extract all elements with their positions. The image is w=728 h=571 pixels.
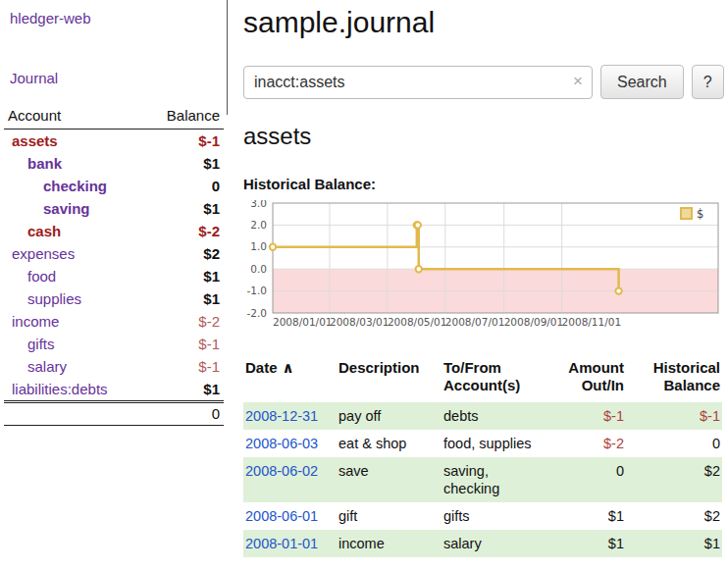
clear-search-icon[interactable]: ×: [573, 72, 583, 91]
y-axis-tick-label: -2.0: [247, 307, 268, 319]
accounts-table-body: assets$-1bank$1checking0saving$1cash$-2e…: [4, 130, 224, 402]
transaction-date-link[interactable]: 2008-06-01: [245, 508, 318, 524]
transaction-description: save: [338, 457, 443, 502]
accounts-table: Account Balance assets$-1bank$1checking0…: [4, 104, 224, 426]
account-link-salary[interactable]: salary: [27, 358, 67, 375]
chart-point: [416, 266, 422, 272]
transaction-accounts: food, supplies: [443, 430, 546, 457]
transaction-date-link[interactable]: 2008-12-31: [245, 408, 318, 424]
account-balance: $-1: [143, 333, 224, 355]
amount-header-line2: Out/In: [546, 377, 624, 394]
account-row: income$-2: [4, 310, 224, 333]
transaction-amount: $-1: [546, 402, 630, 430]
x-axis-tick-label: 2008/11/01: [562, 316, 622, 328]
account-link-cash[interactable]: cash: [27, 223, 61, 239]
transaction-amount: $-2: [546, 430, 630, 457]
transaction-description: gift: [338, 502, 443, 530]
x-axis-tick-label: 2008/01/01: [273, 316, 333, 328]
transaction-balance: 0: [630, 430, 722, 457]
transaction-date-link[interactable]: 2008-06-03: [245, 436, 318, 451]
account-link-supplies[interactable]: supplies: [27, 290, 81, 307]
account-balance: $1: [143, 197, 224, 220]
x-axis-tick-label: 2008/05/01: [388, 316, 447, 328]
chart-legend-label: $: [697, 207, 703, 221]
transaction-date-link[interactable]: 2008-01-01: [245, 536, 318, 551]
main-content: sample.journal × Search ? assets Histori…: [243, 0, 726, 557]
account-name-cell: cash: [4, 220, 143, 242]
accounts-total-balance: 0: [143, 402, 224, 426]
accounts-col-account: Account: [4, 104, 143, 130]
search-box: ×: [243, 66, 593, 99]
accounts-total-row: 0: [4, 402, 224, 426]
transaction-amount: 0: [546, 457, 630, 502]
accounts-header-line2: Account(s): [443, 377, 537, 394]
account-link-liabilities-debts[interactable]: liabilities:debts: [12, 381, 108, 397]
register-header-row: Date∧ Description To/From Account(s) Amo…: [243, 357, 722, 402]
account-link-checking[interactable]: checking: [43, 178, 107, 194]
register-row: 2008-01-01incomesalary$1$1: [243, 530, 722, 557]
register-row: 2008-06-01giftgifts$1$2: [243, 502, 722, 530]
transaction-accounts: saving, checking: [443, 457, 546, 502]
account-name-cell: income: [4, 310, 143, 333]
account-link-saving[interactable]: saving: [43, 200, 90, 217]
transaction-description: income: [338, 530, 443, 557]
account-row: gifts$-1: [4, 333, 224, 355]
transaction-accounts: gifts: [443, 502, 546, 530]
account-balance: $1: [143, 265, 224, 287]
transaction-accounts: salary: [443, 530, 546, 557]
help-button[interactable]: ?: [692, 65, 724, 99]
account-link-income[interactable]: income: [12, 313, 59, 330]
register-col-accounts: To/From Account(s): [443, 357, 546, 402]
account-row: liabilities:debts$1: [4, 378, 224, 402]
y-axis-tick-label: 2.0: [250, 219, 267, 231]
account-row: supplies$1: [4, 287, 224, 310]
x-axis-tick-label: 2008/09/01: [504, 316, 564, 328]
accounts-col-balance: Balance: [143, 104, 224, 130]
account-row: cash$-2: [4, 220, 224, 242]
amount-header-line1: Amount: [546, 359, 624, 377]
transaction-date-link[interactable]: 2008-06-02: [245, 463, 318, 479]
account-row: bank$1: [4, 152, 224, 175]
transaction-amount: $1: [546, 502, 630, 530]
account-name-cell: liabilities:debts: [4, 378, 143, 402]
account-balance: 0: [143, 175, 224, 197]
transaction-date-cell: 2008-01-01: [243, 530, 338, 557]
account-row: saving$1: [4, 197, 224, 220]
account-row: food$1: [4, 265, 224, 287]
account-balance: $2: [143, 242, 224, 265]
app-title-link[interactable]: hledger-web: [10, 10, 228, 26]
account-balance: $-2: [143, 220, 224, 242]
account-name-cell: gifts: [4, 333, 143, 355]
y-axis-tick-label: 1.0: [250, 240, 267, 252]
chart-point: [415, 222, 421, 228]
transaction-accounts: debts: [443, 402, 546, 430]
sort-ascending-icon: ∧: [283, 359, 294, 376]
search-button[interactable]: Search: [600, 65, 684, 99]
account-link-assets[interactable]: assets: [12, 132, 58, 149]
transaction-balance: $1: [630, 530, 722, 557]
account-link-bank[interactable]: bank: [27, 155, 62, 172]
transaction-date-cell: 2008-12-31: [243, 402, 338, 430]
register-col-date[interactable]: Date∧: [243, 357, 338, 402]
register-col-balance: Historical Balance: [630, 357, 722, 402]
accounts-header-row: Account Balance: [4, 104, 224, 130]
accounts-total-spacer: [4, 402, 143, 426]
y-axis-tick-label: -1.0: [247, 285, 268, 296]
account-name-cell: salary: [4, 355, 143, 378]
chart-point: [615, 287, 621, 293]
page-title: sample.journal: [243, 6, 726, 39]
chart-legend-swatch: [681, 208, 692, 219]
transaction-balance: $2: [630, 457, 722, 502]
accounts-header-line1: To/From: [443, 359, 537, 377]
register-col-amount: Amount Out/In: [546, 357, 630, 402]
account-balance: $-1: [143, 130, 224, 153]
transaction-balance: $2: [630, 502, 722, 530]
account-row: expenses$2: [4, 242, 224, 265]
account-link-expenses[interactable]: expenses: [12, 245, 75, 262]
sidebar: hledger-web Journal Account Balance asse…: [0, 0, 228, 426]
search-input[interactable]: [243, 66, 593, 99]
account-link-gifts[interactable]: gifts: [27, 336, 55, 352]
sidebar-item-journal[interactable]: Journal: [10, 70, 228, 86]
account-link-food[interactable]: food: [27, 268, 56, 285]
account-balance: $-1: [143, 355, 224, 378]
